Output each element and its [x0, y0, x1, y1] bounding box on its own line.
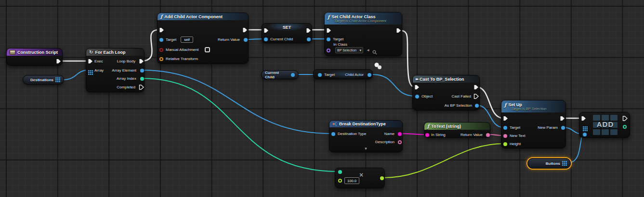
- multiply-value-box[interactable]: 100.0: [344, 177, 359, 184]
- exec-in-pin[interactable]: [263, 28, 269, 33]
- description-pin[interactable]: [398, 140, 402, 144]
- index-out-pin[interactable]: [623, 125, 627, 129]
- array-out-pin[interactable]: [562, 161, 567, 166]
- target-pin[interactable]: [503, 126, 507, 130]
- pin-label: Target: [166, 37, 176, 42]
- loop-icon: ↻: [89, 49, 93, 55]
- pin-label: Array Index: [117, 76, 136, 81]
- array-pin[interactable]: [583, 124, 588, 129]
- cast-failed-exec-pin[interactable]: [473, 94, 479, 99]
- loop-body-exec-pin[interactable]: [139, 59, 144, 64]
- variable-buttons[interactable]: Buttons: [527, 158, 571, 169]
- browse-back-icon[interactable]: ◄: [366, 48, 370, 52]
- node-set-up[interactable]: ƒ Set Up Target is BP Selection Target N…: [501, 100, 566, 148]
- node-construction-script[interactable]: Construction Script: [6, 48, 63, 66]
- wire-exec-cast-setup: [476, 87, 503, 118]
- array-out-pin[interactable]: [55, 77, 60, 82]
- pin-label: Cast Failed: [452, 94, 471, 98]
- exec-in-pin[interactable]: [88, 59, 93, 64]
- variable-current-child[interactable]: Current Child: [261, 70, 299, 79]
- as-bp-selection-pin[interactable]: [475, 104, 479, 108]
- reroute-knot: [378, 65, 381, 69]
- height-pin[interactable]: [503, 142, 507, 146]
- node-for-each-loop[interactable]: ↻ For Each Loop Exec Array Loop Body Arr…: [86, 48, 145, 92]
- node-array-add[interactable]: ADD: [579, 112, 630, 138]
- multiply-out-pin[interactable]: [380, 176, 384, 180]
- manual-attachment-checkbox[interactable]: [205, 47, 210, 52]
- value-out-pin[interactable]: [307, 37, 311, 41]
- wire-obj-arrayelement-break: [142, 70, 331, 134]
- multiply-input-a-pin[interactable]: [338, 170, 342, 174]
- target-self-box[interactable]: self: [181, 37, 193, 43]
- pin-label: Exec: [94, 59, 103, 63]
- node-title: ADD: [593, 120, 618, 128]
- array-element-pin[interactable]: [140, 69, 144, 73]
- exec-in-pin[interactable]: [326, 28, 331, 33]
- pin-label: Completed: [117, 85, 135, 89]
- array-index-pin[interactable]: [140, 77, 144, 81]
- expand-chevron-icon[interactable]: ▼: [329, 147, 402, 151]
- exec-out-pin[interactable]: [560, 116, 565, 121]
- return-value-pin[interactable]: [486, 133, 490, 137]
- pin-label: Manual Attachment: [166, 48, 198, 52]
- exec-out-pin[interactable]: [306, 28, 311, 33]
- node-get-child-actor[interactable]: Target Child Actor: [313, 69, 373, 79]
- node-title: Break DestinationType: [339, 122, 386, 126]
- exec-out-pin[interactable]: [56, 59, 61, 64]
- node-title: SET: [262, 25, 312, 30]
- construction-script-icon: [10, 50, 15, 55]
- new-item-pin[interactable]: [583, 133, 587, 136]
- node-add-child-actor-component[interactable]: ƒ Add Child Actor Component Target self …: [157, 12, 249, 64]
- name-pin[interactable]: [398, 132, 402, 136]
- completed-exec-pin[interactable]: [139, 85, 144, 90]
- new-param-pin[interactable]: [561, 126, 565, 130]
- blueprint-graph[interactable]: Construction Script ↻ For Each Loop Exec…: [0, 0, 644, 197]
- variable-label: Buttons: [546, 161, 560, 166]
- dropdown-value: BP Selection: [337, 49, 356, 52]
- new-text-pin[interactable]: [503, 134, 507, 138]
- exec-out-pin[interactable]: [396, 28, 401, 33]
- function-icon: ƒ: [160, 14, 162, 19]
- in-class-dropdown[interactable]: BP Selection ▾: [335, 47, 363, 53]
- return-value-pin[interactable]: [244, 38, 248, 42]
- exec-out-pin[interactable]: [473, 85, 479, 90]
- node-set-child-actor-class[interactable]: ƒ Set Child Actor Class Target is Child …: [324, 12, 402, 56]
- pin-label: Height: [510, 142, 521, 146]
- value-out-pin[interactable]: [291, 73, 295, 77]
- current-child-in-pin[interactable]: [264, 37, 268, 41]
- exec-in-pin[interactable]: [414, 85, 420, 90]
- object-pin[interactable]: [415, 95, 419, 98]
- node-cast-to-bp-selection[interactable]: ▸▸ Cast To BP_Selection Object Cast Fail…: [412, 75, 480, 111]
- node-break-destination-type[interactable]: Break DestinationType Destination Type N…: [329, 120, 403, 152]
- array-pin[interactable]: [88, 68, 93, 73]
- relative-transform-pin[interactable]: [159, 57, 163, 61]
- pin-label: Loop Body: [117, 59, 135, 63]
- in-string-pin[interactable]: [425, 133, 429, 137]
- child-actor-out-pin[interactable]: [368, 73, 371, 77]
- node-title: Cast To BP_Selection: [420, 77, 464, 82]
- manual-attachment-pin[interactable]: [159, 48, 163, 52]
- exec-out-pin[interactable]: [622, 116, 628, 121]
- wire-array-destinations-foreach: [63, 70, 88, 80]
- function-icon: ƒ: [427, 123, 429, 129]
- node-set-current-child[interactable]: SET Current Child: [262, 23, 312, 43]
- pin-label: Array: [94, 68, 104, 73]
- multiply-input-b-pin[interactable]: [338, 179, 342, 183]
- pin-label: In String: [431, 133, 446, 137]
- exec-in-pin[interactable]: [159, 27, 164, 33]
- exec-out-pin[interactable]: [242, 27, 248, 33]
- target-pin[interactable]: [159, 38, 163, 42]
- node-to-text-string[interactable]: ƒ ToText (string) In String Return Value: [424, 122, 490, 138]
- destination-type-pin[interactable]: [331, 132, 335, 136]
- variable-label: Current Child: [265, 71, 289, 79]
- in-class-pin[interactable]: [327, 49, 330, 52]
- search-icon[interactable]: [372, 48, 377, 57]
- exec-in-pin[interactable]: [503, 116, 508, 121]
- node-multiply[interactable]: 100.0 ×: [335, 168, 385, 188]
- target-pin[interactable]: [318, 73, 322, 77]
- pin-label: New Param: [538, 125, 558, 130]
- exec-in-pin[interactable]: [581, 116, 586, 121]
- pin-label: Array Element: [112, 68, 136, 73]
- target-pin[interactable]: [327, 37, 330, 41]
- variable-destinations[interactable]: Destinations: [23, 75, 64, 85]
